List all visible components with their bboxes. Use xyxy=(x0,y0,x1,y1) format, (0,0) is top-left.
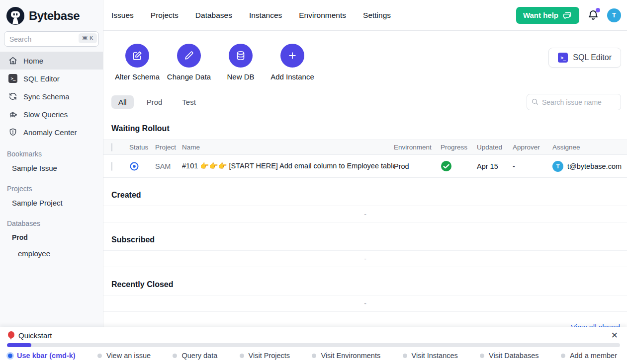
step-visit-databases[interactable]: Visit Databases xyxy=(480,352,538,360)
sidebar-item-label: Sync Schema xyxy=(23,92,70,101)
want-help-button[interactable]: Want help xyxy=(516,7,579,24)
issue-table-header: Status Project Name Environment Progress… xyxy=(103,140,627,155)
nav-databases[interactable]: Databases xyxy=(195,11,232,20)
step-visit-environments[interactable]: Visit Environments xyxy=(312,352,380,360)
sql-editor-label: SQL Editor xyxy=(573,53,612,62)
terminal-icon: >_ xyxy=(8,74,18,83)
sidebar-item-label: Anomaly Center xyxy=(23,128,77,137)
sidebar-item-label: Home xyxy=(23,57,43,65)
nav-settings[interactable]: Settings xyxy=(363,11,391,20)
step-dot-icon xyxy=(561,354,565,358)
change-data-button[interactable]: Change Data xyxy=(163,44,215,81)
step-label: Query data xyxy=(181,352,217,360)
sidebar-item-employee[interactable]: employee xyxy=(0,245,103,261)
top-nav: Issues Projects Databases Instances Envi… xyxy=(111,11,391,20)
issue-search-input[interactable] xyxy=(527,94,621,110)
issue-filter-row: All Prod Test xyxy=(103,94,627,110)
created-title: Created xyxy=(103,191,627,200)
edit-square-icon xyxy=(125,44,149,68)
change-data-label: Change Data xyxy=(167,73,211,81)
home-icon xyxy=(8,56,18,65)
new-db-label: New DB xyxy=(227,73,254,81)
sidebar-nav: Home >_ SQL Editor Sync Schema Slow xyxy=(0,52,103,141)
sql-editor-button[interactable]: >_ SQL Editor xyxy=(548,48,621,68)
step-label: Visit Databases xyxy=(489,352,538,360)
issue-name-link[interactable]: #101 👉👉👉 [START HERE] Add email column t… xyxy=(182,162,394,170)
terminal-icon: >_ xyxy=(558,53,568,63)
quickstart-progress-track xyxy=(7,343,620,347)
nav-instances[interactable]: Instances xyxy=(249,11,282,20)
sidebar-section-databases: Databases xyxy=(0,211,103,229)
col-updated: Updated xyxy=(477,144,513,151)
want-help-label: Want help xyxy=(523,11,558,19)
step-dot-icon xyxy=(97,354,102,358)
tab-all[interactable]: All xyxy=(111,95,134,109)
add-instance-button[interactable]: Add Instance xyxy=(267,44,318,81)
quickstart-title: Quickstart xyxy=(18,331,52,340)
col-progress: Progress xyxy=(441,144,477,151)
sidebar-item-label: SQL Editor xyxy=(23,74,60,83)
sidebar-section-projects: Projects xyxy=(0,176,103,195)
nav-environments[interactable]: Environments xyxy=(299,11,346,20)
step-label: Use kbar (cmd-k) xyxy=(17,352,76,360)
tab-test[interactable]: Test xyxy=(175,95,203,109)
sidebar-item-sample-issue[interactable]: Sample Issue xyxy=(0,160,103,176)
row-checkbox[interactable] xyxy=(111,162,112,171)
user-avatar[interactable]: T xyxy=(607,8,621,22)
step-label: Visit Environments xyxy=(321,352,380,360)
step-label: Visit Projects xyxy=(249,352,290,360)
step-dot-icon xyxy=(312,354,316,358)
top-bar-right: Want help T xyxy=(516,7,621,24)
step-view-an-issue[interactable]: View an issue xyxy=(97,352,151,360)
bytebase-app: Bytebase ⌘ K Home >_ SQL Editor xyxy=(0,0,627,364)
step-dot-icon xyxy=(8,354,12,358)
quick-actions-row: Alter Schema Change Data N xyxy=(103,44,627,81)
step-add-a-member[interactable]: Add a member xyxy=(561,352,617,360)
step-use-kbar[interactable]: Use kbar (cmd-k) xyxy=(8,352,76,360)
col-status: Status xyxy=(129,144,155,151)
alter-schema-button[interactable]: Alter Schema xyxy=(111,44,163,81)
col-name: Name xyxy=(182,144,394,151)
sidebar-item-sample-project[interactable]: Sample Project xyxy=(0,195,103,211)
sidebar-item-home[interactable]: Home xyxy=(0,52,103,70)
issue-row[interactable]: SAM #101 👉👉👉 [START HERE] Add email colu… xyxy=(103,155,627,178)
notification-dot xyxy=(596,8,600,12)
recently-closed-empty-row: - xyxy=(103,295,627,312)
issue-status-icon xyxy=(129,161,155,171)
assignee-email: t@bytebase.com xyxy=(567,162,622,170)
issue-progress-icon xyxy=(441,160,477,172)
col-assignee: Assignee xyxy=(552,144,627,151)
sidebar-item-prod[interactable]: Prod xyxy=(0,229,103,245)
sidebar-item-sql-editor[interactable]: >_ SQL Editor xyxy=(0,70,103,87)
top-bar: Issues Projects Databases Instances Envi… xyxy=(103,0,627,31)
sidebar-item-sync-schema[interactable]: Sync Schema xyxy=(0,87,103,105)
subscribed-title: Subscribed xyxy=(103,235,627,244)
quickstart-bar: Quickstart ✕ Use kbar (cmd-k) View an is… xyxy=(0,327,627,364)
shield-icon xyxy=(8,128,18,137)
step-visit-projects[interactable]: Visit Projects xyxy=(240,352,290,360)
sidebar-section-bookmarks: Bookmarks xyxy=(0,141,103,160)
notifications-button[interactable] xyxy=(587,9,599,21)
brand-logo[interactable]: Bytebase xyxy=(0,0,103,30)
quickstart-close-icon[interactable]: ✕ xyxy=(611,331,618,340)
nav-projects[interactable]: Projects xyxy=(151,11,179,20)
brand-name: Bytebase xyxy=(29,9,80,23)
new-db-button[interactable]: New DB xyxy=(215,44,267,81)
step-visit-instances[interactable]: Visit Instances xyxy=(403,352,458,360)
chat-bubble-icon xyxy=(562,11,572,20)
sidebar-item-slow-queries[interactable]: Slow Queries xyxy=(0,105,103,123)
nav-issues[interactable]: Issues xyxy=(111,11,134,20)
select-all-checkbox[interactable] xyxy=(111,143,112,151)
sidebar: Bytebase ⌘ K Home >_ SQL Editor xyxy=(0,0,103,364)
step-label: View an issue xyxy=(106,352,151,360)
turtle-icon xyxy=(8,110,18,119)
tab-prod[interactable]: Prod xyxy=(140,95,170,109)
issue-approver: - xyxy=(513,162,552,170)
home-content: Alter Schema Change Data N xyxy=(103,31,627,364)
step-query-data[interactable]: Query data xyxy=(173,352,217,360)
sidebar-item-anomaly-center[interactable]: Anomaly Center xyxy=(0,123,103,141)
sidebar-item-label: Slow Queries xyxy=(23,110,68,119)
assignee-avatar: T xyxy=(552,161,563,172)
search-icon xyxy=(531,98,539,106)
recently-closed-section: Recently Closed - xyxy=(103,280,627,312)
